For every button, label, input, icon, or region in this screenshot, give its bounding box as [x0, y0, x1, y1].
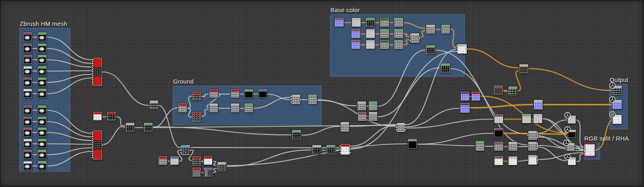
node-b2[interactable]: [352, 18, 361, 27]
input-pin[interactable]: [584, 149, 585, 151]
node-zb2[interactable]: [38, 44, 46, 53]
output-pin[interactable]: [594, 150, 596, 151]
node-d5[interactable]: [217, 162, 226, 171]
input-pin[interactable]: [180, 152, 182, 153]
output-pin[interactable]: [537, 134, 538, 135]
input-pin[interactable]: [92, 75, 93, 76]
node-g3[interactable]: [192, 112, 201, 122]
node-za12[interactable]: [23, 161, 32, 170]
output-pin[interactable]: [537, 148, 538, 149]
node-za11[interactable]: [23, 150, 32, 159]
node-zb10[interactable]: [38, 139, 46, 148]
input-pin[interactable]: [410, 40, 411, 41]
node-g6[interactable]: [231, 89, 239, 98]
node-b10[interactable]: [351, 40, 360, 49]
node-b16[interactable]: [441, 25, 450, 34]
node-m3[interactable]: [460, 103, 470, 113]
node-f4[interactable]: [369, 112, 377, 121]
node-b17[interactable]: [426, 45, 435, 54]
node-m1[interactable]: [461, 92, 469, 101]
input-pin[interactable]: [92, 65, 93, 66]
input-pin[interactable]: [92, 153, 93, 154]
node-ms1[interactable]: [93, 58, 102, 86]
node-zb5[interactable]: [38, 78, 46, 86]
node-g4[interactable]: [209, 89, 218, 98]
input-pin[interactable]: [396, 129, 397, 130]
node-zb9[interactable]: [38, 128, 46, 137]
node-za4[interactable]: [23, 66, 32, 75]
node-p2[interactable]: [508, 86, 517, 95]
input-pin[interactable]: [584, 151, 585, 152]
node-zb7[interactable]: [38, 105, 46, 114]
output-pin[interactable]: [537, 135, 538, 137]
input-pin[interactable]: [92, 157, 93, 158]
node-d7[interactable]: [204, 168, 212, 176]
input-pin[interactable]: [92, 61, 93, 62]
input-pin[interactable]: [92, 155, 93, 156]
input-pin[interactable]: [92, 67, 93, 68]
input-pin[interactable]: [92, 140, 93, 141]
output-pin[interactable]: [102, 71, 103, 73]
node-b19[interactable]: [457, 44, 467, 54]
output-pin[interactable]: [537, 145, 538, 146]
node-e2[interactable]: [312, 145, 321, 154]
node-e5[interactable]: [341, 122, 349, 132]
node-b15[interactable]: [426, 25, 435, 34]
node-b3[interactable]: [366, 18, 375, 27]
node-za9[interactable]: [23, 128, 32, 137]
output-pin[interactable]: [537, 146, 538, 147]
node-za3[interactable]: [23, 55, 32, 64]
output-pin[interactable]: [537, 162, 538, 163]
input-pin[interactable]: [92, 151, 93, 152]
node-p1[interactable]: [494, 86, 503, 95]
node-b9[interactable]: [394, 29, 403, 38]
node-za8[interactable]: [23, 117, 32, 126]
node-g11[interactable]: [291, 95, 300, 104]
node-m0[interactable]: [150, 101, 158, 109]
input-pin[interactable]: [92, 77, 93, 78]
node-g8[interactable]: [245, 89, 253, 98]
node-za5[interactable]: [23, 78, 32, 86]
input-pin[interactable]: [340, 152, 341, 153]
input-pin[interactable]: [396, 124, 397, 125]
node-c1[interactable]: [568, 116, 576, 124]
node-b8[interactable]: [380, 29, 389, 38]
output-pin[interactable]: [300, 99, 301, 100]
input-pin[interactable]: [92, 144, 93, 145]
input-pin[interactable]: [291, 96, 292, 97]
node-zb11[interactable]: [38, 150, 46, 159]
output-pin[interactable]: [349, 152, 351, 153]
node-r2[interactable]: [522, 114, 531, 123]
node-za7[interactable]: [23, 105, 32, 114]
node-r1[interactable]: [494, 114, 503, 123]
node-o1[interactable]: [613, 86, 622, 95]
node-b13[interactable]: [394, 40, 403, 49]
node-r11[interactable]: [494, 156, 503, 165]
output-pin[interactable]: [405, 129, 406, 130]
node-r12[interactable]: [508, 156, 517, 165]
input-pin[interactable]: [92, 73, 93, 74]
output-pin[interactable]: [349, 149, 351, 150]
input-pin[interactable]: [527, 135, 529, 136]
node-za6[interactable]: [23, 89, 32, 98]
node-g5[interactable]: [209, 103, 218, 112]
node-d6[interactable]: [192, 168, 201, 176]
node-e1[interactable]: [292, 130, 301, 139]
node-r0[interactable]: [476, 141, 484, 151]
input-pin[interactable]: [180, 149, 182, 151]
input-pin[interactable]: [92, 63, 93, 64]
input-pin[interactable]: [340, 149, 341, 150]
input-pin[interactable]: [92, 148, 93, 149]
node-tl[interactable]: [181, 145, 190, 155]
node-g12[interactable]: [308, 95, 317, 104]
node-c3[interactable]: [567, 143, 575, 151]
node-r3[interactable]: [533, 114, 542, 123]
node-za1[interactable]: [23, 32, 32, 41]
node-zb12[interactable]: [38, 161, 46, 170]
input-pin[interactable]: [396, 127, 397, 128]
input-pin[interactable]: [92, 71, 93, 72]
node-g1[interactable]: [178, 103, 187, 112]
node-b4[interactable]: [380, 18, 389, 27]
node-b7[interactable]: [366, 29, 375, 38]
output-pin[interactable]: [537, 160, 538, 161]
